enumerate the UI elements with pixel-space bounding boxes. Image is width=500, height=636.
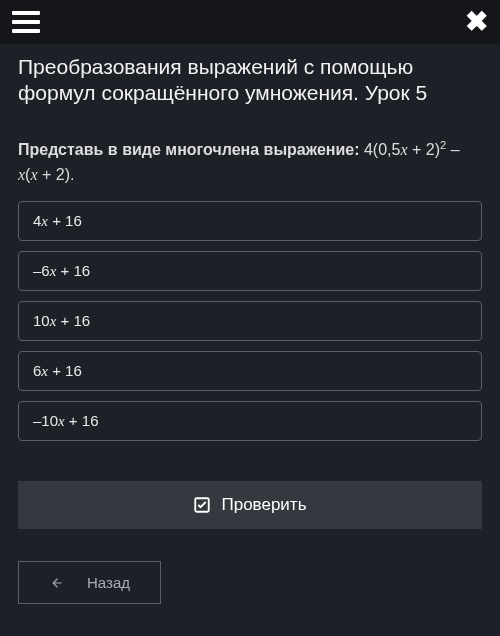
back-label: Назад	[87, 574, 130, 591]
answer-options: 4x + 16 –6x + 16 10x + 16 6x + 16 –10x +…	[18, 201, 482, 441]
answer-option[interactable]: 4x + 16	[18, 201, 482, 241]
arrow-left-icon	[49, 576, 65, 590]
prompt-label: Представь в виде многочлена выражение:	[18, 141, 360, 158]
submit-button[interactable]: Проверить	[18, 481, 482, 529]
answer-option[interactable]: 6x + 16	[18, 351, 482, 391]
hamburger-icon[interactable]	[12, 8, 40, 36]
lesson-title: Преобразования выражений с помощью форму…	[18, 54, 482, 107]
check-icon	[193, 496, 211, 514]
top-bar: ✖	[0, 0, 500, 44]
close-icon[interactable]: ✖	[465, 8, 488, 36]
answer-option[interactable]: –6x + 16	[18, 251, 482, 291]
answer-option[interactable]: –10x + 16	[18, 401, 482, 441]
back-button[interactable]: Назад	[18, 561, 161, 604]
question-prompt: Представь в виде многочлена выражение: 4…	[18, 137, 482, 188]
content-area: Преобразования выражений с помощью форму…	[0, 44, 500, 622]
answer-option[interactable]: 10x + 16	[18, 301, 482, 341]
submit-label: Проверить	[221, 495, 306, 515]
